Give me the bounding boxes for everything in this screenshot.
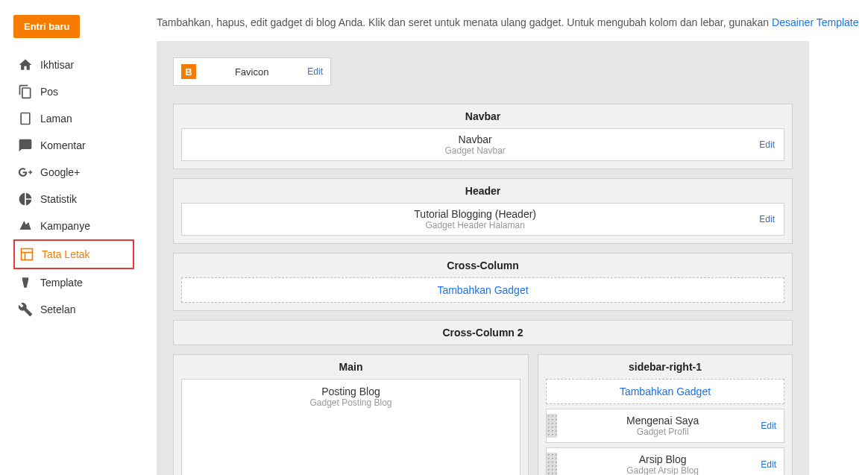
widget-subtitle: Gadget Posting Blog [188,397,514,408]
sidebar-item-label: Statistik [40,193,77,205]
drag-handle-icon[interactable] [547,414,557,438]
sidebar-item-label: Tata Letak [42,248,90,260]
main-widget[interactable]: Posting Blog Gadget Posting Blog [181,379,521,475]
archive-widget[interactable]: Arsip Blog Gadget Arsip Blog Edit [546,447,784,475]
settings-icon [18,302,33,317]
widget-subtitle: Gadget Arsip Blog [564,465,761,475]
layout-area: B Favicon Edit Navbar Navbar Gadget Navb… [157,41,809,475]
new-entry-button[interactable]: Entri baru [13,15,80,38]
widget-title: Mengenai Saya [564,415,761,427]
sidebar-right-section: sidebar-right-1 Tambahkan Gadget Mengena… [538,354,793,475]
sidebar-item-label: Setelan [40,303,75,315]
header-header: Header [174,179,792,203]
gplus-icon [18,165,33,180]
cross-column2-section: Cross-Column 2 [173,320,793,345]
widget-title: Tutorial Blogging (Header) [191,208,759,220]
widget-subtitle: Gadget Navbar [191,145,759,156]
add-gadget-link[interactable]: Tambahkan Gadget [437,284,528,296]
sidebar-item-campaigns[interactable]: Kampanye [13,213,134,239]
blogger-icon: B [181,64,196,79]
layout-icon [19,247,34,262]
svg-rect-0 [21,113,30,125]
svg-rect-1 [22,249,33,260]
add-gadget-link[interactable]: Tambahkan Gadget [620,386,711,397]
template-designer-link[interactable]: Desainer Template [772,16,858,28]
header-section: Header Tutorial Blogging (Header) Gadget… [173,178,793,244]
sidebar-item-label: Laman [40,113,72,125]
favicon-edit-link[interactable]: Edit [307,66,323,77]
navbar-widget[interactable]: Navbar Gadget Navbar Edit [181,128,784,161]
header-widget[interactable]: Tutorial Blogging (Header) Gadget Header… [181,203,784,236]
main-section: Main Posting Blog Gadget Posting Blog [173,354,529,475]
sidebar-add-gadget[interactable]: Tambahkan Gadget [546,379,784,404]
archive-edit-link[interactable]: Edit [761,459,776,470]
sidebar-item-comments[interactable]: Komentar [13,132,134,159]
sidebar-item-pages[interactable]: Laman [13,105,134,132]
campaign-icon [18,218,33,233]
comments-icon [18,138,33,153]
home-icon [18,57,33,72]
cross-add-gadget[interactable]: Tambahkan Gadget [181,277,784,303]
profile-widget[interactable]: Mengenai Saya Gadget Profil Edit [546,409,784,443]
widget-title: Navbar [191,133,759,145]
sidebar-item-posts[interactable]: Pos [13,78,134,105]
cross-column2-header: Cross-Column 2 [174,321,792,345]
template-icon [18,275,33,290]
sidebar-item-gplus[interactable]: Google+ [13,159,134,186]
cross-column-section: Cross-Column Tambahkan Gadget [173,253,793,311]
favicon-widget[interactable]: B Favicon Edit [173,57,331,86]
cross-column-header: Cross-Column [174,254,792,277]
content-area: Tambahkan, hapus, edit gadget di blog An… [142,0,868,475]
widget-title: Posting Blog [188,386,514,397]
main-header: Main [174,355,528,379]
sidebar-item-label: Kampanye [40,220,90,232]
sidebar-item-layout[interactable]: Tata Letak [13,239,134,269]
sidebar-item-stats[interactable]: Statistik [13,186,134,213]
navbar-header: Navbar [174,104,792,128]
stats-icon [18,192,33,207]
sidebar-item-label: Komentar [40,139,86,151]
navbar-section: Navbar Navbar Gadget Navbar Edit [173,104,793,169]
widget-title: Arsip Blog [564,453,761,465]
sidebar-item-overview[interactable]: Ikhtisar [13,51,134,78]
intro-text: Tambahkan, hapus, edit gadget di blog An… [157,15,868,31]
posts-icon [18,84,33,99]
sidebar-item-label: Pos [40,86,58,98]
sidebar-right-header: sidebar-right-1 [538,355,792,379]
favicon-title: Favicon [204,66,300,78]
header-edit-link[interactable]: Edit [759,214,775,224]
drag-handle-icon[interactable] [547,453,557,475]
intro-text-body: Tambahkan, hapus, edit gadget di blog An… [157,16,772,28]
sidebar-item-label: Google+ [40,166,80,178]
navbar-edit-link[interactable]: Edit [759,139,775,150]
sidebar-item-label: Template [40,277,83,289]
sidebar-item-template[interactable]: Template [13,269,134,296]
sidebar-item-settings[interactable]: Setelan [13,296,134,323]
sidebar-item-label: Ikhtisar [40,59,74,71]
profile-edit-link[interactable]: Edit [761,421,776,431]
sidebar: Entri baru Ikhtisar Pos Laman Komentar G… [0,0,142,475]
widget-subtitle: Gadget Profil [564,427,761,437]
widget-subtitle: Gadget Header Halaman [191,220,759,230]
pages-icon [18,111,33,126]
